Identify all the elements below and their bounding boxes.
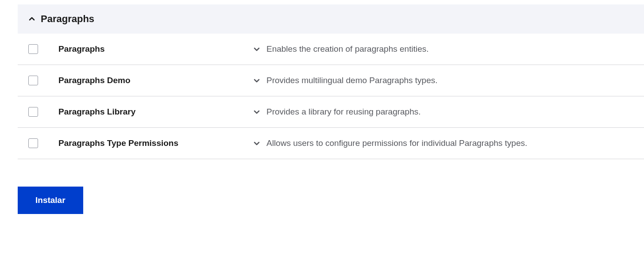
module-row: Paragraphs Type Permissions Allows users… (18, 128, 644, 159)
module-checkbox[interactable] (28, 107, 38, 117)
actions-bar: Instalar (18, 187, 644, 223)
chevron-down-icon[interactable] (253, 140, 260, 147)
module-description: Provides a library for reusing paragraph… (266, 107, 421, 117)
chevron-up-icon (28, 15, 35, 23)
module-name: Paragraphs Library (58, 107, 253, 117)
module-checkbox[interactable] (28, 44, 38, 54)
install-button[interactable]: Instalar (18, 187, 83, 214)
chevron-down-icon[interactable] (253, 46, 260, 53)
module-list: Paragraphs Enables the creation of parag… (18, 34, 644, 159)
chevron-down-icon[interactable] (253, 108, 260, 115)
section-header[interactable]: Paragraphs (18, 4, 644, 34)
module-row: Paragraphs Library Provides a library fo… (18, 96, 644, 128)
module-description: Enables the creation of paragraphs entit… (266, 44, 429, 54)
module-row: Paragraphs Enables the creation of parag… (18, 34, 644, 65)
module-description: Allows users to configure permissions fo… (266, 138, 527, 148)
module-row: Paragraphs Demo Provides multilingual de… (18, 65, 644, 96)
module-description: Provides multilingual demo Paragraphs ty… (266, 76, 438, 85)
section-title: Paragraphs (41, 13, 94, 25)
module-name: Paragraphs Demo (58, 76, 253, 85)
module-checkbox[interactable] (28, 138, 38, 148)
chevron-down-icon[interactable] (253, 77, 260, 84)
module-name: Paragraphs Type Permissions (58, 138, 253, 148)
module-name: Paragraphs (58, 44, 253, 54)
module-checkbox[interactable] (28, 76, 38, 85)
